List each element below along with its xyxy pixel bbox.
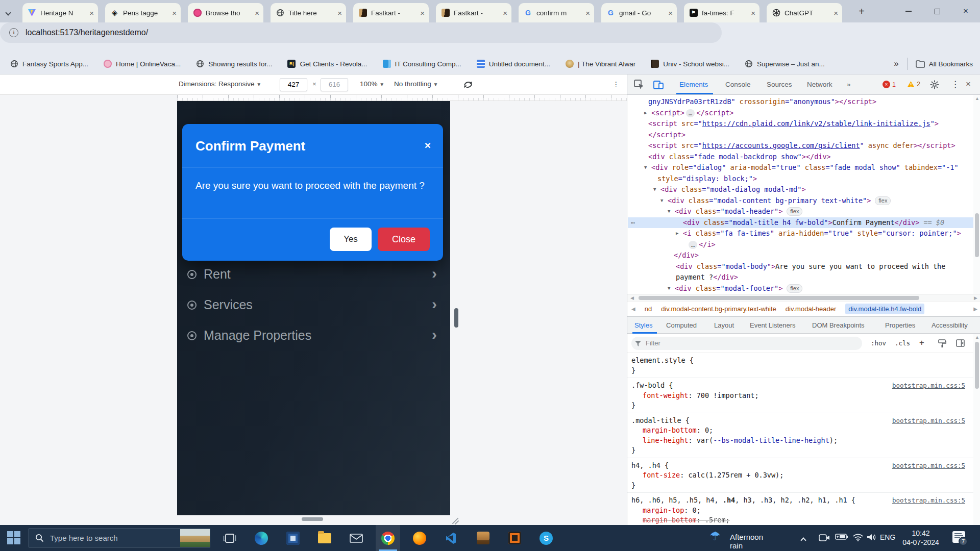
node-menu-dots-icon[interactable]: ⋯ — [631, 217, 635, 229]
dom-node[interactable]: </script> — [628, 130, 973, 141]
breadcrumb-item[interactable]: div.modal-title.h4.fw-bold — [845, 304, 924, 314]
bookmark-item[interactable]: | The Vibrant Alwar — [566, 60, 635, 68]
breadcrumb-scroll-right-icon[interactable]: ▶ — [973, 306, 977, 312]
taskbar-search[interactable]: Type here to search — [29, 529, 210, 547]
dom-node[interactable]: ▼<div class="modal-footer">flex — [628, 283, 973, 294]
browser-tab[interactable]: Browse tho× — [188, 3, 263, 22]
collapse-arrow-icon[interactable]: ▼ — [660, 195, 663, 207]
weather-label[interactable]: Afternoon rain — [730, 533, 763, 550]
stylesheet-source-link[interactable]: bootstrap.min.css:5 — [892, 495, 965, 506]
dom-node[interactable]: <script src="https://accounts.google.com… — [628, 140, 973, 152]
styles-tab-event-listeners[interactable]: Event Listeners — [750, 317, 796, 334]
close-modal-button[interactable]: Close — [378, 228, 430, 251]
bookmark-item[interactable]: Untitled document... — [477, 60, 550, 68]
language-indicator[interactable]: ENG — [880, 533, 895, 541]
browser-tab[interactable]: Ggmail - Go× — [601, 3, 677, 22]
taskbar-app-mail[interactable] — [344, 525, 369, 551]
browser-tab[interactable]: Gconfirm m× — [519, 3, 594, 22]
sidebar-panel-icon[interactable] — [956, 339, 965, 349]
dom-node[interactable]: ▶<script>…</script> — [628, 108, 973, 119]
warning-badge[interactable]: 2 — [907, 81, 920, 88]
taskbar-app-photos[interactable] — [281, 525, 305, 551]
expand-arrow-icon[interactable]: ▶ — [676, 228, 678, 239]
yes-button[interactable]: Yes — [330, 228, 372, 251]
meet-now-icon[interactable] — [819, 533, 830, 544]
stylesheet-source-link[interactable]: bootstrap.min.css:5 — [892, 461, 965, 471]
bookmark-item[interactable]: IT Consulting Comp... — [383, 60, 461, 68]
new-style-rule-button[interactable]: + — [919, 338, 924, 347]
tab-search-chevron-icon[interactable] — [6, 8, 14, 16]
device-height-input[interactable]: 616 — [321, 78, 348, 91]
breadcrumb-scroll-left-icon[interactable]: ◀ — [631, 306, 635, 312]
devtools-settings-gear-icon[interactable] — [929, 80, 940, 92]
inspect-element-icon[interactable] — [633, 79, 645, 92]
browser-tab[interactable]: Heritage N× — [22, 3, 98, 22]
tab-close-icon[interactable]: × — [503, 9, 507, 17]
dimensions-select[interactable]: Dimensions: Responsive ▼ — [179, 80, 261, 88]
styles-tab-dom-breakpoints[interactable]: DOM Breakpoints — [812, 317, 865, 334]
hidden-icons-chevron-icon[interactable] — [801, 535, 805, 544]
tab-close-icon[interactable]: × — [420, 9, 425, 17]
modal-close-icon[interactable]: × — [425, 139, 431, 152]
breadcrumb-item[interactable]: nd — [645, 305, 652, 313]
tab-close-icon[interactable]: × — [255, 9, 259, 17]
maximize-button[interactable] — [923, 0, 951, 22]
device-toolbar-menu-icon[interactable]: ⋮ — [612, 80, 620, 88]
resize-handle-right[interactable] — [454, 308, 458, 328]
tab-close-icon[interactable]: × — [668, 9, 673, 17]
taskbar-app-media-player[interactable] — [502, 525, 527, 551]
css-rule[interactable]: .modal-title {bootstrap.min.css:5margin-… — [627, 413, 973, 458]
dom-node[interactable]: style="display: block;"> — [628, 173, 973, 185]
breadcrumb-item[interactable]: div.modal-header — [786, 305, 836, 313]
styles-filter-input[interactable] — [631, 337, 862, 350]
taskbar-clock[interactable]: 10:42 04-07-2024 — [897, 529, 944, 547]
dom-node[interactable]: ▼<div class="modal-content bg-primary te… — [628, 195, 973, 207]
bookmark-item[interactable]: Showing results for... — [196, 60, 272, 68]
tab-close-icon[interactable]: × — [585, 9, 590, 17]
devtools-tab-network[interactable]: Network — [807, 74, 832, 94]
css-rule[interactable]: h4, .h4 {bootstrap.min.css:5font-size: c… — [627, 458, 973, 493]
all-bookmarks-button[interactable]: All Bookmarks — [916, 60, 973, 68]
devtools-menu-icon[interactable]: ⋮ — [951, 79, 960, 90]
styles-tab-computed[interactable]: Computed — [666, 317, 697, 334]
browser-tab[interactable]: ⚑fa-times: F× — [684, 3, 760, 22]
site-info-icon[interactable]: i — [9, 28, 18, 37]
bookmark-item[interactable]: R|Get Clients - Revola... — [287, 60, 367, 68]
taskbar-app-file-explorer[interactable] — [312, 525, 337, 551]
dom-node[interactable]: ▶<i class="fa fa-times" aria-hidden="tru… — [628, 228, 973, 239]
volume-icon[interactable] — [867, 533, 877, 543]
expand-arrow-icon[interactable]: ▶ — [644, 108, 647, 119]
browser-tab[interactable]: ◈Pens tagge× — [105, 3, 181, 22]
css-rule[interactable]: element.style {} — [627, 353, 973, 378]
bookmarks-overflow-icon[interactable]: » — [894, 59, 898, 69]
dom-node[interactable]: <div class="modal-body">Are you sure you… — [628, 261, 973, 272]
styles-tab-styles[interactable]: Styles — [634, 317, 652, 334]
browser-tab[interactable]: Fastkart - × — [353, 3, 429, 22]
taskbar-app-firefox[interactable] — [407, 525, 432, 551]
wifi-icon[interactable] — [852, 533, 864, 543]
styles-tab-properties[interactable]: Properties — [885, 317, 915, 334]
address-bar[interactable]: i localhost:5173/heritagenestdemo/ — [0, 22, 722, 43]
taskbar-app-skype[interactable]: S — [534, 525, 558, 551]
error-badge[interactable]: ×1 — [883, 81, 896, 88]
color-scheme-brush-icon[interactable] — [938, 339, 946, 350]
tab-close-icon[interactable]: × — [751, 9, 755, 17]
css-rule[interactable]: .fw-bold {bootstrap.min.css:5font-weight… — [627, 378, 973, 413]
close-button[interactable]: × — [951, 0, 980, 22]
taskbar-app-dev-tool[interactable] — [471, 525, 495, 551]
new-tab-button[interactable]: + — [855, 6, 868, 18]
menu-item-rent[interactable]: Rent› — [177, 263, 450, 288]
dom-node[interactable]: ▼<div class="modal-header">flex — [628, 206, 973, 217]
stylesheet-source-link[interactable]: bootstrap.min.css:5 — [892, 416, 965, 426]
dom-node-selected[interactable]: ⋯<div class="modal-title h4 fw-bold">Con… — [628, 217, 973, 229]
more-tabs-icon[interactable]: » — [847, 74, 851, 94]
browser-tab[interactable]: Fastkart - × — [436, 3, 511, 22]
menu-item-services[interactable]: Services› — [177, 293, 450, 319]
collapse-arrow-icon[interactable]: ▼ — [668, 206, 670, 217]
throttling-select[interactable]: No throttling ▼ — [394, 80, 438, 88]
taskbar-app-task-view[interactable] — [217, 525, 242, 551]
minimize-button[interactable] — [894, 0, 923, 22]
stylesheet-source-link[interactable]: bootstrap.min.css:5 — [892, 381, 965, 391]
taskbar-app-chrome[interactable] — [376, 525, 400, 551]
browser-tab[interactable]: Title here× — [271, 3, 346, 22]
